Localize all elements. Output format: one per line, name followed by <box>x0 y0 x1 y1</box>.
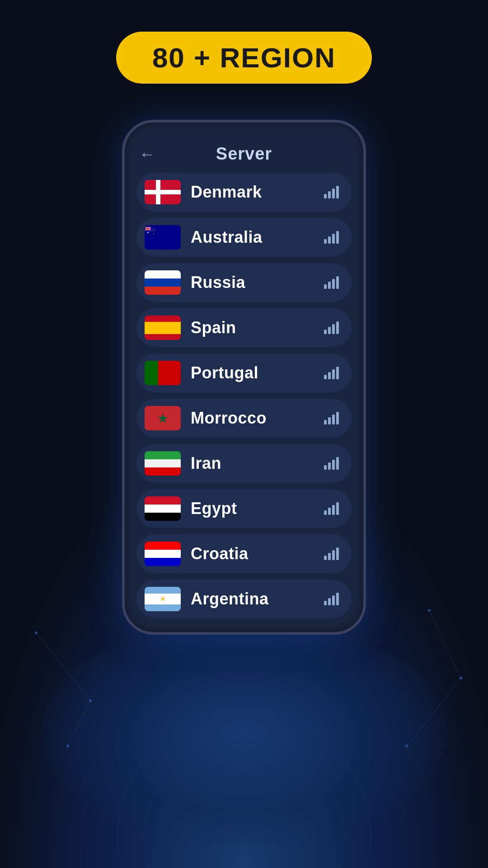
country-item-australia[interactable]: 🇦🇺 Australia <box>136 218 352 257</box>
country-name-egypt: Egypt <box>191 499 324 518</box>
flag-iran <box>145 451 181 476</box>
country-name-portugal: Portugal <box>191 363 324 382</box>
country-item-portugal[interactable]: Portugal <box>136 354 352 392</box>
screen-title: Server <box>216 144 272 164</box>
flag-denmark <box>145 180 181 204</box>
signal-spain <box>324 321 339 334</box>
country-item-russia[interactable]: Russia <box>136 263 352 302</box>
region-badge-text: 80 + REGION <box>152 42 336 73</box>
flag-portugal <box>145 361 181 385</box>
country-item-denmark[interactable]: Denmark <box>136 173 352 212</box>
country-item-argentina[interactable]: ☀ Argentina <box>136 580 352 618</box>
region-badge: 80 + REGION <box>116 32 372 84</box>
country-name-morrocco: Morrocco <box>191 409 324 428</box>
flag-spain <box>145 316 181 340</box>
country-item-egypt[interactable]: Egypt <box>136 489 352 528</box>
country-name-australia: Australia <box>191 228 324 247</box>
country-item-iran[interactable]: Iran <box>136 444 352 483</box>
country-name-spain: Spain <box>191 318 324 337</box>
country-item-croatia[interactable]: Croatia <box>136 534 352 573</box>
signal-australia <box>324 231 339 244</box>
signal-croatia <box>324 547 339 560</box>
signal-egypt <box>324 502 339 515</box>
phone-frame: ← Server Denmark 🇦� <box>122 120 366 635</box>
signal-iran <box>324 457 339 470</box>
flag-croatia <box>145 542 181 566</box>
country-name-croatia: Croatia <box>191 544 324 563</box>
signal-denmark <box>324 186 339 198</box>
flag-egypt <box>145 496 181 521</box>
flag-argentina: ☀ <box>145 587 181 611</box>
signal-portugal <box>324 367 339 379</box>
country-name-denmark: Denmark <box>191 183 324 202</box>
country-item-morrocco[interactable]: ★ Morrocco <box>136 399 352 438</box>
country-name-iran: Iran <box>191 454 324 473</box>
country-name-argentina: Argentina <box>191 590 324 609</box>
country-item-spain[interactable]: Spain <box>136 308 352 347</box>
signal-russia <box>324 276 339 289</box>
signal-argentina <box>324 593 339 605</box>
back-button[interactable]: ← <box>139 145 155 164</box>
flag-morrocco: ★ <box>145 406 181 430</box>
phone-header: ← Server <box>135 132 353 173</box>
flag-australia: 🇦🇺 <box>145 225 181 250</box>
country-name-russia: Russia <box>191 273 324 292</box>
country-list: Denmark 🇦🇺 Australia <box>135 173 353 618</box>
signal-morrocco <box>324 412 339 425</box>
flag-russia <box>145 270 181 295</box>
